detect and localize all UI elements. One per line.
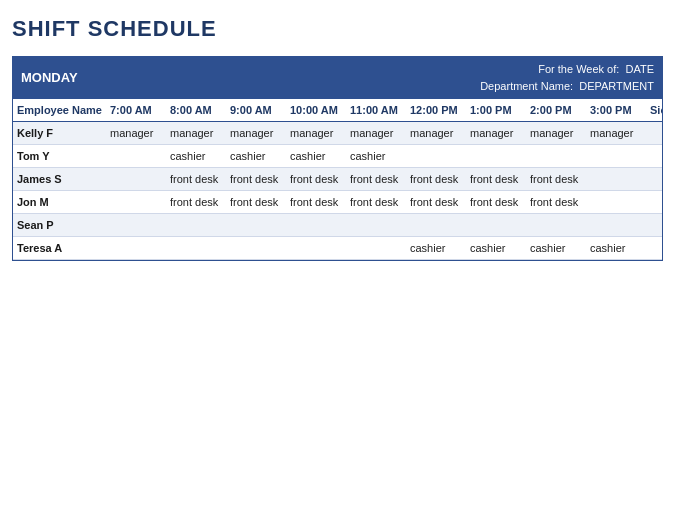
- shift-cell: [106, 191, 166, 214]
- shift-cell: cashier: [466, 237, 526, 260]
- table-row: Sean P: [13, 214, 662, 237]
- shift-cell: [286, 214, 346, 237]
- shift-cell: cashier: [526, 237, 586, 260]
- shift-cell: manager: [166, 122, 226, 145]
- col-header-3: 9:00 AM: [226, 99, 286, 122]
- schedule-header: MONDAY For the Week of: DATE Department …: [13, 57, 662, 98]
- shift-cell: front desk: [166, 168, 226, 191]
- employee-name: Sean P: [13, 214, 106, 237]
- employee-name: Teresa A: [13, 237, 106, 260]
- shift-cell: [586, 168, 646, 191]
- employee-name: Kelly F: [13, 122, 106, 145]
- shift-cell: [646, 191, 662, 214]
- shift-cell: [226, 237, 286, 260]
- shift-cell: [526, 214, 586, 237]
- page-title: SHIFT SCHEDULE: [12, 16, 663, 42]
- shift-cell: manager: [346, 122, 406, 145]
- shift-cell: manager: [466, 122, 526, 145]
- shift-cell: [526, 145, 586, 168]
- shift-cell: [406, 145, 466, 168]
- employee-name: Jon M: [13, 191, 106, 214]
- col-header-7: 1:00 PM: [466, 99, 526, 122]
- table-row: Teresa Acashiercashiercashiercashier: [13, 237, 662, 260]
- col-header-6: 12:00 PM: [406, 99, 466, 122]
- col-header-0: Employee Name: [13, 99, 106, 122]
- shift-cell: [646, 122, 662, 145]
- shift-cell: cashier: [166, 145, 226, 168]
- table-row: Kelly Fmanagermanagermanagermanagermanag…: [13, 122, 662, 145]
- employee-name: James S: [13, 168, 106, 191]
- shift-cell: cashier: [346, 145, 406, 168]
- week-label: For the Week of:: [538, 63, 619, 75]
- shift-cell: front desk: [526, 168, 586, 191]
- employee-name: Tom Y: [13, 145, 106, 168]
- shift-cell: [346, 237, 406, 260]
- week-value: DATE: [625, 63, 654, 75]
- shift-cell: [226, 214, 286, 237]
- col-header-5: 11:00 AM: [346, 99, 406, 122]
- col-header-2: 8:00 AM: [166, 99, 226, 122]
- dept-label: Department Name:: [480, 80, 573, 92]
- shift-cell: front desk: [166, 191, 226, 214]
- shift-cell: front desk: [466, 191, 526, 214]
- shift-cell: cashier: [586, 237, 646, 260]
- table-wrapper: Employee Name7:00 AM8:00 AM9:00 AM10:00 …: [13, 98, 662, 260]
- shift-cell: front desk: [526, 191, 586, 214]
- shift-cell: [286, 237, 346, 260]
- shift-cell: [646, 168, 662, 191]
- shift-cell: [106, 237, 166, 260]
- shift-cell: [106, 214, 166, 237]
- shift-cell: cashier: [226, 145, 286, 168]
- shift-cell: front desk: [406, 168, 466, 191]
- table-row: Jon Mfront deskfront deskfront deskfront…: [13, 191, 662, 214]
- shift-cell: cashier: [286, 145, 346, 168]
- shift-cell: [346, 214, 406, 237]
- shift-cell: [586, 145, 646, 168]
- shift-cell: front desk: [226, 191, 286, 214]
- dept-value: DEPARTMENT: [579, 80, 654, 92]
- shift-cell: manager: [226, 122, 286, 145]
- col-header-8: 2:00 PM: [526, 99, 586, 122]
- page: SHIFT SCHEDULE MONDAY For the Week of: D…: [0, 0, 675, 273]
- shift-cell: [166, 237, 226, 260]
- table-row: James Sfront deskfront deskfront deskfro…: [13, 168, 662, 191]
- shift-cell: front desk: [466, 168, 526, 191]
- day-label: MONDAY: [13, 57, 442, 98]
- table-row: Tom Ycashiercashiercashiercashier: [13, 145, 662, 168]
- shift-cell: cashier: [406, 237, 466, 260]
- column-header-row: Employee Name7:00 AM8:00 AM9:00 AM10:00 …: [13, 99, 662, 122]
- week-line: For the Week of: DATE: [450, 61, 654, 78]
- col-header-4: 10:00 AM: [286, 99, 346, 122]
- shift-cell: front desk: [406, 191, 466, 214]
- shift-cell: manager: [406, 122, 466, 145]
- dept-line: Department Name: DEPARTMENT: [450, 78, 654, 95]
- shift-cell: front desk: [346, 191, 406, 214]
- col-header-1: 7:00 AM: [106, 99, 166, 122]
- shift-cell: [166, 214, 226, 237]
- shift-cell: [406, 214, 466, 237]
- shift-cell: manager: [106, 122, 166, 145]
- week-info: For the Week of: DATE Department Name: D…: [442, 57, 662, 98]
- schedule-table: Employee Name7:00 AM8:00 AM9:00 AM10:00 …: [13, 98, 662, 260]
- shift-cell: [646, 145, 662, 168]
- shift-cell: [106, 145, 166, 168]
- schedule-container: MONDAY For the Week of: DATE Department …: [12, 56, 663, 261]
- shift-cell: front desk: [286, 168, 346, 191]
- shift-cell: [466, 214, 526, 237]
- shift-cell: manager: [526, 122, 586, 145]
- shift-cell: [646, 214, 662, 237]
- shift-cell: [466, 145, 526, 168]
- shift-cell: front desk: [286, 191, 346, 214]
- shift-cell: manager: [586, 122, 646, 145]
- col-header-10: Sick?: [646, 99, 662, 122]
- shift-cell: [586, 214, 646, 237]
- shift-cell: front desk: [226, 168, 286, 191]
- col-header-9: 3:00 PM: [586, 99, 646, 122]
- shift-cell: [646, 237, 662, 260]
- shift-cell: [586, 191, 646, 214]
- shift-cell: [106, 168, 166, 191]
- shift-cell: manager: [286, 122, 346, 145]
- shift-cell: front desk: [346, 168, 406, 191]
